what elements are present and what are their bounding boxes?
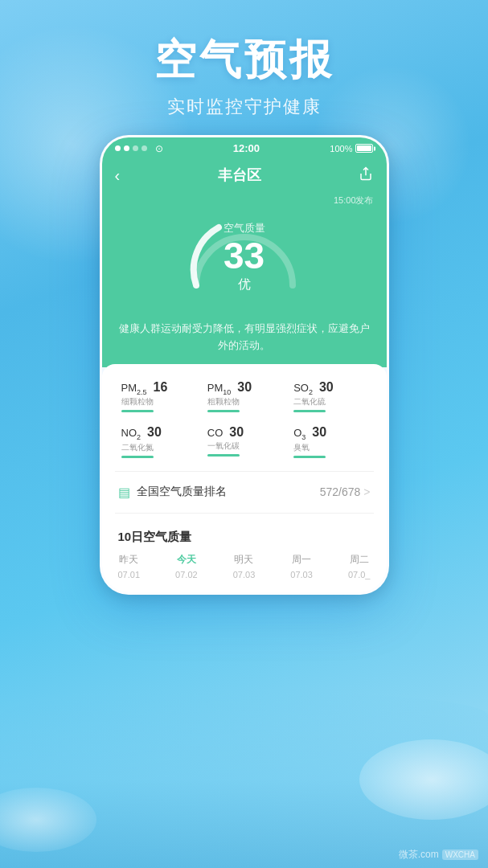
day-tomorrow: 明天 07.03 [233, 553, 256, 579]
day-tue-date: 07.0_ [348, 570, 371, 579]
day-yesterday-name: 昨天 [119, 553, 138, 567]
tenday-days: 昨天 07.01 今天 07.02 明天 07.03 周一 07.03 [118, 553, 371, 579]
day-mon-name: 周一 [292, 553, 311, 567]
day-yesterday: 昨天 07.01 [118, 553, 141, 579]
phone-frame: ⊙ 12:00 100% ‹ 丰台区 15:00发布 [100, 135, 389, 595]
share-button[interactable] [359, 166, 373, 185]
pollutant-o3: O3 30 臭氧 [287, 422, 373, 461]
pollutant-pm25-bar-row [121, 410, 195, 412]
pollutant-no2-bar-row [121, 456, 195, 458]
hero-subtitle: 实时监控守护健康 [0, 95, 488, 119]
battery-bar [355, 144, 373, 153]
pollutant-so2-bar-row [293, 410, 367, 412]
watermark-logo: WXCHA [442, 850, 478, 860]
pollutant-grid: PM2.5 16 细颗粒物 PM10 30 粗颗粒物 [115, 377, 374, 461]
gauge-text: 空气质量 33 优 [180, 221, 309, 293]
pollutant-pm10-bar [207, 410, 240, 412]
pollutant-co-bar-row [207, 454, 281, 457]
air-description: 健康人群运动耐受力降低，有明显强烈症状，应避免户外的活动。 [102, 317, 387, 367]
pollutant-pm10-header: PM10 30 [207, 380, 281, 396]
pollutant-pm25-header: PM2.5 16 [121, 380, 195, 396]
phone-container: ⊙ 12:00 100% ‹ 丰台区 15:00发布 [100, 135, 389, 595]
pollutant-o3-bar [293, 456, 326, 458]
header-title: 丰台区 [218, 166, 261, 185]
status-right: 100% [330, 144, 373, 154]
pollutant-pm25-value: 16 [154, 380, 168, 395]
pollutant-no2-desc: 二氧化氮 [121, 442, 195, 453]
pollutant-co-header: CO 30 [207, 425, 281, 440]
day-today-date: 07.02 [175, 570, 198, 579]
divider-2 [115, 513, 374, 514]
ranking-label: 全国空气质量排名 [137, 485, 320, 499]
watermark-text: 微茶.com [399, 848, 439, 862]
pollutant-pm25-name: PM2.5 [121, 382, 147, 396]
watermark: 微茶.com WXCHA [399, 848, 478, 862]
divider-1 [115, 471, 374, 472]
day-tue-name: 周二 [350, 553, 369, 567]
chart-icon: ▤ [118, 485, 130, 500]
day-tomorrow-date: 07.03 [233, 570, 256, 579]
day-today-name: 今天 [177, 553, 196, 567]
pollutant-co-name: CO [207, 427, 223, 439]
pollutant-so2-bar [293, 410, 326, 412]
pollutant-so2-value: 30 [319, 380, 334, 395]
pollutant-co-bar [207, 454, 240, 457]
signal-dot-3 [133, 145, 138, 151]
pollutant-so2: SO2 30 二氧化硫 [287, 377, 373, 416]
pollutant-pm10-bar-row [207, 410, 281, 412]
pollutant-pm10: PM10 30 粗颗粒物 [201, 377, 287, 416]
back-button[interactable]: ‹ [115, 166, 121, 185]
status-bar: ⊙ 12:00 100% [102, 137, 387, 159]
gauge-label: 空气质量 [180, 221, 309, 235]
gauge-quality: 优 [180, 276, 309, 293]
signal-dot-4 [141, 145, 147, 151]
gauge-wrapper: 空气质量 33 优 [180, 213, 309, 293]
tenday-title: 10日空气质量 [118, 530, 371, 545]
signal-dot-2 [124, 145, 129, 151]
pollutant-o3-value: 30 [312, 425, 326, 440]
pollutant-o3-bar-row [293, 456, 367, 458]
pollutant-pm25-bar [121, 410, 154, 412]
pollutant-pm25: PM2.5 16 细颗粒物 [115, 377, 201, 416]
signal-dot-1 [115, 145, 121, 151]
ranking-value: 572/678 [320, 485, 361, 498]
pollutant-co-desc: 一氧化碳 [207, 440, 281, 452]
pollutant-co: CO 30 一氧化碳 [201, 422, 287, 461]
hero-title: 空气预报 [0, 32, 488, 88]
pollutant-no2-header: NO2 30 [121, 425, 195, 441]
pollutant-pm10-value: 30 [237, 380, 252, 395]
day-mon-date: 07.03 [290, 570, 313, 579]
pollutant-so2-name: SO2 [293, 382, 313, 396]
gauge-container: 空气质量 33 优 [115, 213, 374, 301]
status-time: 12:00 [233, 142, 260, 154]
battery-percent: 100% [330, 144, 352, 154]
day-tue: 周二 07.0_ [348, 553, 371, 579]
pollutant-o3-desc: 臭氧 [293, 442, 367, 453]
pollutant-so2-desc: 二氧化硫 [293, 396, 367, 407]
pollutant-no2-value: 30 [147, 425, 162, 440]
day-tomorrow-name: 明天 [234, 553, 253, 567]
wifi-icon: ⊙ [155, 143, 163, 154]
pollutant-o3-header: O3 30 [293, 425, 367, 441]
battery-fill [357, 145, 371, 151]
ranking-row[interactable]: ▤ 全国空气质量排名 572/678 > [115, 478, 374, 506]
pollutant-pm25-desc: 细颗粒物 [121, 396, 195, 407]
gauge-value: 33 [180, 235, 309, 276]
pollutant-co-value: 30 [229, 425, 244, 440]
ranking-arrow: > [363, 485, 370, 498]
green-section: 15:00发布 空气质量 33 优 [102, 194, 387, 317]
status-dots: ⊙ [115, 143, 163, 154]
pollutant-so2-header: SO2 30 [293, 380, 367, 396]
pollutant-no2: NO2 30 二氧化氮 [115, 422, 201, 461]
tenday-section: 10日空气质量 昨天 07.01 今天 07.02 明天 07.03 [115, 520, 374, 579]
hero-section: 空气预报 实时监控守护健康 [0, 0, 488, 119]
day-today: 今天 07.02 [175, 553, 198, 579]
pollutant-no2-bar [121, 456, 154, 458]
hero-title-text: 空气预报 [154, 36, 334, 83]
day-mon: 周一 07.03 [290, 553, 313, 579]
day-yesterday-date: 07.01 [118, 570, 141, 579]
pollutant-pm10-desc: 粗颗粒物 [207, 396, 281, 407]
white-section: PM2.5 16 细颗粒物 PM10 30 粗颗粒物 [102, 364, 387, 592]
pollutant-pm10-name: PM10 [207, 382, 232, 396]
pollutant-no2-name: NO2 [121, 427, 141, 441]
